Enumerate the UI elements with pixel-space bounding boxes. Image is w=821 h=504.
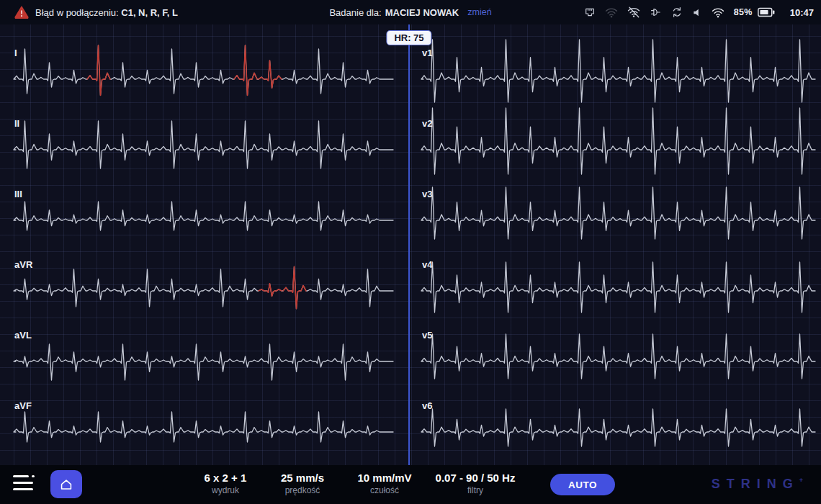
power-plug-icon [650, 6, 662, 18]
lead-label: III [14, 189, 22, 199]
filters-value: 0.07 - 90 / 50 Hz [436, 472, 516, 484]
lead-label: II [14, 118, 19, 129]
print-format-setting[interactable]: 6 x 2 + 1 wydruk [205, 472, 247, 495]
ecg-lead-row: v1 [422, 46, 817, 117]
ethernet-icon [584, 6, 596, 18]
menu-icon [13, 475, 29, 477]
ecg-lead-row: aVL [14, 328, 395, 399]
ecg-lead-row: v6 [422, 399, 817, 469]
lead-label: aVF [14, 400, 32, 411]
wifi-icon [712, 7, 724, 18]
home-icon [58, 477, 74, 492]
top-bar: Błąd w podłączeniu: C1, N, R, F, L Badan… [0, 0, 821, 24]
lead-label: v4 [422, 259, 432, 270]
ecg-lead-row: aVR [14, 258, 395, 328]
ecg-lead-row: aVF [14, 399, 395, 469]
ecg-lead-row: II [14, 117, 395, 187]
sensitivity-setting[interactable]: 10 mm/mV czułość [357, 472, 411, 495]
speed-label: prędkość [281, 485, 324, 495]
lead-label: aVL [14, 330, 32, 341]
hr-badge: HR: 75 [386, 30, 431, 45]
patient-info: Badanie dla: MACIEJ NOWAK zmień [329, 0, 491, 24]
ecg-lead-row: III [14, 187, 395, 258]
connection-error-banner: Błąd w podłączeniu: C1, N, R, F, L [14, 0, 178, 24]
ecg-monitor-screen: Błąd w podłączeniu: C1, N, R, F, L Badan… [0, 0, 821, 504]
patient-prefix: Badanie dla: [329, 7, 381, 18]
error-prefix: Błąd w podłączeniu: [35, 7, 119, 18]
ecg-lead-row: v2 [422, 117, 817, 187]
lead-label: v5 [422, 330, 432, 341]
brand-mark: + [799, 477, 804, 484]
speed-value: 25 mm/s [281, 472, 324, 484]
brand-logo: STRING+ [712, 477, 804, 492]
ecg-lead-row: v4 [422, 258, 817, 328]
auto-button[interactable]: AUTO [550, 474, 615, 495]
ecg-lead-row: I [14, 46, 395, 117]
lead-label: aVR [14, 259, 32, 270]
print-format-value: 6 x 2 + 1 [205, 472, 247, 484]
speaker-icon [692, 7, 702, 18]
sensitivity-value: 10 mm/mV [357, 472, 411, 484]
error-text: Błąd w podłączeniu: C1, N, R, F, L [35, 7, 178, 18]
wifi-off-icon [627, 6, 640, 18]
bottom-bar: 6 x 2 + 1 wydruk 25 mm/s prędkość 10 mm/… [0, 465, 821, 504]
sensitivity-label: czułość [357, 485, 411, 495]
filters-label: filtry [436, 485, 516, 495]
battery-icon [758, 7, 775, 17]
home-button[interactable] [50, 470, 82, 498]
patient-name: MACIEJ NOWAK [385, 7, 459, 18]
ecg-lead-row: v5 [422, 328, 817, 399]
sync-icon [671, 6, 683, 18]
status-icon-cluster: 85% 10:47 [584, 0, 814, 24]
lead-label: v3 [422, 189, 432, 199]
lead-label: v6 [422, 400, 432, 411]
limb-leads-column: IIIIIIaVRaVLaVF [14, 46, 395, 469]
lead-label: v1 [422, 48, 432, 58]
chest-leads-column: v1v2v3v4v5v6 [422, 46, 817, 469]
brand-text: STRING [712, 477, 799, 491]
print-format-label: wydruk [205, 485, 247, 495]
battery-percent: 85% [734, 7, 753, 17]
lead-label: I [14, 48, 17, 58]
lead-label: v2 [422, 118, 432, 129]
wifi-weak-icon [605, 7, 618, 18]
speed-setting[interactable]: 25 mm/s prędkość [281, 472, 324, 495]
warning-icon [14, 6, 29, 19]
error-lead-list: C1, N, R, F, L [121, 7, 178, 18]
filters-setting[interactable]: 0.07 - 90 / 50 Hz filtry [436, 472, 516, 495]
clock: 10:47 [790, 7, 814, 18]
column-divider-line [408, 24, 410, 465]
change-patient-link[interactable]: zmień [467, 7, 491, 17]
menu-button[interactable] [13, 475, 36, 492]
ecg-lead-row: v3 [422, 187, 817, 258]
ecg-grid-area: HR: 75 IIIIIIaVRaVLaVF v1v2v3v4v5v6 [0, 24, 821, 465]
